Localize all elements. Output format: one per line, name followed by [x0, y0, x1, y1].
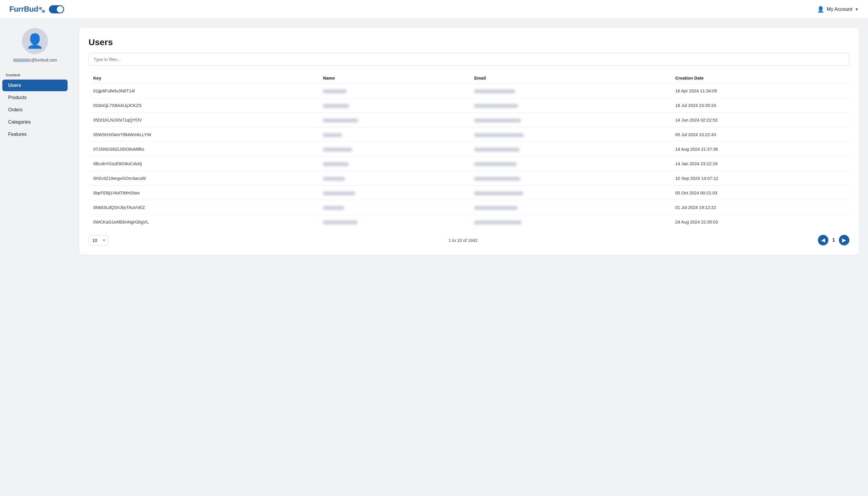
prev-page-button[interactable]: ◀ [818, 235, 829, 245]
email-blur [13, 59, 31, 62]
cell-key: 02dsGjL7S8A4UijJCKZS [89, 98, 318, 113]
table-row: 05WSHXDwVYlB4WmkLLYW05 Jul 2024 10:22:43 [89, 127, 849, 142]
filter-input[interactable] [89, 53, 849, 65]
sidebar: 👤 @furrbud.com Content Users Products Or… [0, 19, 70, 496]
table-row: 0Nk63LdQSrUbyTAuVnEZ01 Jul 2024 19:12:22 [89, 200, 849, 215]
cell-email [469, 156, 671, 171]
cell-key: 05Dt1KLNJXhi71qQYfJV [89, 113, 318, 127]
avatar-person-icon: 👤 [26, 33, 44, 49]
cell-date: 14 Aug 2024 21:37:36 [671, 142, 849, 156]
cell-key: 07JSNGS6ZL0DO6vMifko [89, 142, 318, 156]
cell-name [318, 113, 469, 127]
account-menu[interactable]: 👤 My Account ▼ [817, 6, 859, 13]
main-content: Users Key Name Email Creation Date 01jjp… [70, 19, 868, 496]
cell-email [469, 215, 671, 229]
chevron-down-icon: ▼ [855, 7, 859, 12]
cell-email [469, 113, 671, 127]
sidebar-item-categories-label: Categories [8, 120, 31, 125]
cell-key: 0BcxbYGszE8G8uCvluhj [89, 156, 318, 171]
table-row: 0H2v3Z19ergvGOm3acuW10 Sep 2024 14:07:12 [89, 171, 849, 186]
cell-key: 05WSHXDwVYlB4WmkLLYW [89, 127, 318, 142]
cell-key: 0Nk63LdQSrUbyTAuVnEZ [89, 200, 318, 215]
avatar: 👤 [22, 28, 48, 54]
topnav: FurrBud🐾 👤 My Account ▼ [0, 0, 868, 19]
table-row: 01jjp6Fufiefu3N8T14l16 Apr 2024 11:34:05 [89, 84, 849, 98]
table-row: 0lqrFEBj1VkATtMH2Iwx05 Oct 2024 00:21:03 [89, 186, 849, 200]
users-table: Key Name Email Creation Date 01jjp6Fufie… [89, 73, 849, 229]
table-row: 0BcxbYGszE8G8uCvluhj14 Jan 2024 23:22:18 [89, 156, 849, 171]
cell-key: 0lqrFEBj1VkATtMH2Iwx [89, 186, 318, 200]
sidebar-item-categories[interactable]: Categories [2, 116, 68, 128]
table-row: 05Dt1KLNJXhi71qQYfJV14 Jun 2024 02:22:53 [89, 113, 849, 127]
sidebar-item-products[interactable]: Products [2, 92, 68, 104]
cell-key: 0WCKaG1eMEknNgH2kgVL [89, 215, 318, 229]
person-icon: 👤 [817, 6, 824, 13]
sidebar-item-products-label: Products [8, 95, 27, 100]
page-title: Users [89, 37, 849, 47]
layout: 👤 @furrbud.com Content Users Products Or… [0, 19, 868, 496]
cell-date: 16 Apr 2024 11:34:05 [671, 84, 849, 98]
paw-icon: 🐾 [38, 6, 45, 13]
table-head: Key Name Email Creation Date [89, 73, 849, 84]
table-row: 02dsGjL7S8A4UijJCKZS18 Jul 2024 23:35:24 [89, 98, 849, 113]
cell-email [469, 127, 671, 142]
cell-date: 18 Jul 2024 23:35:24 [671, 98, 849, 113]
sidebar-section-content: Content [0, 71, 70, 79]
cell-date: 01 Jul 2024 19:12:22 [671, 200, 849, 215]
cell-email [469, 186, 671, 200]
sidebar-item-users-label: Users [8, 83, 21, 88]
avatar-section: 👤 @furrbud.com [0, 28, 70, 62]
table-row: 0WCKaG1eMEknNgH2kgVL24 Aug 2024 22:35:03 [89, 215, 849, 229]
current-page: 1 [831, 237, 837, 243]
sidebar-item-features-label: Features [8, 132, 27, 137]
pagination-row: 102550100 1 to 10 of 1842 ◀ 1 ▶ [89, 235, 849, 245]
content-card: Users Key Name Email Creation Date 01jjp… [79, 28, 859, 255]
logo-text: FurrBud🐾 [9, 5, 45, 14]
cell-name [318, 98, 469, 113]
table-row: 07JSNGS6ZL0DO6vMifko14 Aug 2024 21:37:36 [89, 142, 849, 156]
cell-name [318, 186, 469, 200]
avatar-email: @furrbud.com [13, 58, 57, 62]
theme-toggle[interactable] [49, 5, 64, 13]
page-size-select[interactable]: 102550100 [89, 235, 108, 245]
cell-name [318, 200, 469, 215]
table-body: 01jjp6Fufiefu3N8T14l16 Apr 2024 11:34:05… [89, 84, 849, 229]
cell-name [318, 171, 469, 186]
next-page-button[interactable]: ▶ [839, 235, 849, 245]
col-email: Email [469, 73, 671, 84]
cell-name [318, 142, 469, 156]
col-name: Name [318, 73, 469, 84]
cell-email [469, 200, 671, 215]
account-label: My Account [826, 6, 852, 12]
sidebar-item-orders[interactable]: Orders [2, 104, 68, 116]
cell-date: 05 Oct 2024 00:21:03 [671, 186, 849, 200]
cell-name [318, 127, 469, 142]
cell-date: 24 Aug 2024 22:35:03 [671, 215, 849, 229]
cell-email [469, 98, 671, 113]
col-date: Creation Date [671, 73, 849, 84]
cell-key: 01jjp6Fufiefu3N8T14l [89, 84, 318, 98]
cell-name [318, 84, 469, 98]
cell-date: 14 Jan 2024 23:22:18 [671, 156, 849, 171]
cell-date: 05 Jul 2024 10:22:43 [671, 127, 849, 142]
sidebar-item-orders-label: Orders [8, 107, 22, 112]
page-info: 1 to 10 of 1842 [449, 238, 478, 243]
cell-email [469, 84, 671, 98]
cell-date: 10 Sep 2024 14:07:12 [671, 171, 849, 186]
sidebar-item-features[interactable]: Features [2, 128, 68, 140]
cell-name [318, 156, 469, 171]
cell-name [318, 215, 469, 229]
cell-email [469, 171, 671, 186]
cell-key: 0H2v3Z19ergvGOm3acuW [89, 171, 318, 186]
cell-email [469, 142, 671, 156]
cell-date: 14 Jun 2024 02:22:53 [671, 113, 849, 127]
page-nav: ◀ 1 ▶ [818, 235, 849, 245]
logo-area: FurrBud🐾 [9, 5, 64, 14]
sidebar-item-users[interactable]: Users [2, 80, 68, 91]
col-key: Key [89, 73, 318, 84]
